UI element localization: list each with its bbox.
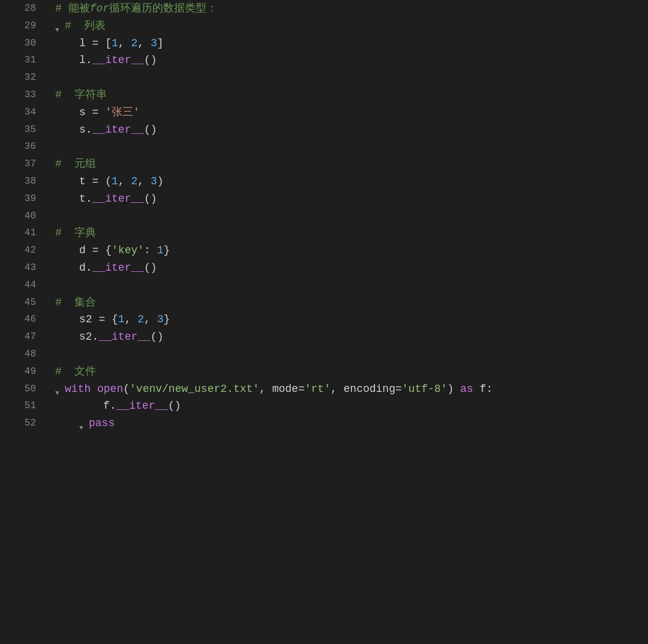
code-line: # 元组 — [55, 155, 648, 173]
token-string: '张三' — [98, 104, 139, 121]
token-bracket: () — [151, 328, 164, 346]
token-bracket: () — [144, 52, 157, 69]
line-number: 47 — [0, 328, 36, 346]
line-number: 30 — [0, 35, 36, 52]
line-number: 40 — [0, 208, 36, 225]
line-number: 33 — [0, 86, 36, 104]
code-line: ▼# 列表 — [55, 17, 648, 35]
token-comment: # 字符串 — [55, 86, 107, 104]
token-number: 2 — [131, 173, 137, 190]
code-line: t.__iter__() — [55, 190, 648, 208]
code-line: # 字典 — [55, 224, 648, 242]
code-line: # 集合 — [55, 294, 648, 311]
token-operator: . — [110, 397, 116, 415]
token-variable: l — [79, 35, 92, 52]
token-number: 3 — [157, 311, 164, 328]
token-operator: , — [118, 173, 131, 190]
token-number: 1 — [112, 35, 118, 52]
token-number: 3 — [151, 173, 157, 190]
token-comment: # 文件 — [55, 363, 96, 381]
token-operator: , — [259, 381, 272, 398]
line-number: 51 — [0, 397, 36, 415]
fold-icon[interactable]: ▼ — [55, 385, 64, 393]
token-string-green: 'key' — [112, 242, 144, 259]
line-number: 38 — [0, 173, 36, 190]
token-number: 1 — [118, 311, 125, 328]
token-bracket: [ — [98, 35, 112, 52]
token-operator: , — [118, 35, 131, 52]
token-number: 1 — [112, 173, 118, 190]
token-string-green: 'rt' — [305, 381, 331, 398]
line-number: 29 — [0, 17, 36, 35]
token-dunder: __iter__ — [92, 190, 144, 208]
token-bracket: ] — [157, 35, 164, 52]
token-variable: s — [79, 104, 92, 121]
fold-icon[interactable]: ▼ — [55, 22, 64, 30]
token-number: 3 — [151, 35, 157, 52]
line-number: 42 — [0, 242, 36, 259]
line-number: 43 — [0, 259, 36, 277]
line-number: 37 — [0, 155, 36, 173]
code-line: d.__iter__() — [55, 259, 648, 277]
token-builtin: open — [97, 381, 123, 398]
token-operator: = — [298, 381, 305, 398]
token-comment: # 集合 — [55, 294, 96, 311]
code-line: l.__iter__() — [55, 52, 648, 69]
code-line — [55, 208, 648, 225]
code-line: # 能被for循环遍历的数据类型： — [55, 0, 648, 17]
code-line: d = {'key': 1} — [55, 242, 648, 259]
token-bracket: { — [105, 311, 118, 328]
token-variable: t — [79, 190, 86, 208]
token-variable: f — [103, 397, 110, 415]
token-variable: s2 — [79, 328, 92, 346]
token-operator: = — [92, 35, 99, 52]
token-comment: # 元组 — [55, 155, 96, 173]
token-bracket: { — [98, 242, 112, 259]
token-operator: = — [92, 242, 99, 259]
line-number: 28 — [0, 0, 36, 17]
token-operator: . — [86, 121, 92, 139]
token-number: 1 — [157, 242, 164, 259]
token-operator: , — [331, 381, 344, 398]
token-bracket: () — [144, 190, 157, 208]
code-area[interactable]: # 能被for循环遍历的数据类型：▼# 列表l = [1, 2, 3]l.__i… — [43, 0, 648, 644]
token-comment: # 字典 — [55, 224, 96, 242]
token-keyword: with — [65, 381, 97, 398]
token-comment: # 列表 — [65, 17, 106, 35]
token-variable: mode — [272, 381, 298, 398]
line-numbers: 2829303132333435363738394041424344454647… — [0, 0, 43, 644]
token-operator: . — [86, 259, 92, 277]
token-variable: d — [79, 259, 86, 277]
line-number: 35 — [0, 121, 36, 139]
token-string-green: 'venv/new_user2.txt' — [130, 381, 259, 398]
token-dunder: __iter__ — [116, 397, 168, 415]
token-bracket: ( — [123, 381, 130, 398]
token-bracket: () — [168, 397, 181, 415]
token-operator: = — [92, 173, 99, 190]
token-variable: encoding — [344, 381, 395, 398]
token-operator: = — [98, 311, 105, 328]
line-number: 39 — [0, 190, 36, 208]
token-operator: , — [125, 311, 138, 328]
line-number: 45 — [0, 294, 36, 311]
token-variable: f: — [479, 381, 493, 398]
token-comment: 循环遍历的数据类型： — [109, 0, 217, 17]
token-dunder: __iter__ — [92, 259, 144, 277]
token-operator: : — [144, 242, 157, 259]
fold-icon[interactable]: ▼ — [79, 420, 88, 428]
line-number: 41 — [0, 224, 36, 242]
token-keyword: pass — [89, 415, 115, 432]
line-number: 36 — [0, 138, 36, 155]
token-variable: s — [79, 121, 86, 139]
code-line: ▼with open('venv/new_user2.txt', mode='r… — [55, 381, 648, 398]
line-number: 50 — [0, 381, 36, 398]
token-string-green: 'utf-8' — [402, 381, 448, 398]
code-line — [55, 277, 648, 294]
line-number: 49 — [0, 363, 36, 381]
line-number: 48 — [0, 346, 36, 363]
token-number: 2 — [137, 311, 144, 328]
token-operator: = — [395, 381, 402, 398]
token-variable: d — [79, 242, 92, 259]
token-bracket: } — [163, 311, 170, 328]
token-bracket: () — [144, 259, 157, 277]
